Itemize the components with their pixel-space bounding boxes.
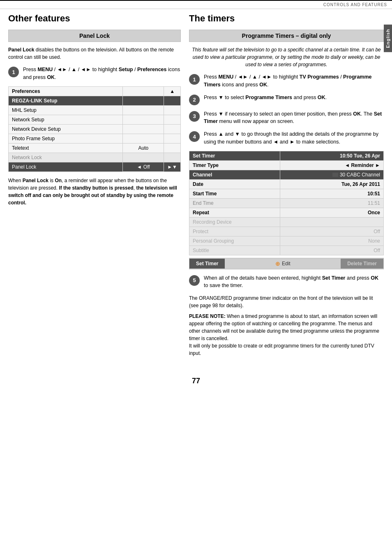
right-step-2: 2 Press ▼ to select Programme Timers and… bbox=[189, 94, 384, 105]
header-title: CONTROLS AND FEATURES bbox=[323, 2, 387, 7]
channel-icon bbox=[332, 173, 338, 177]
menu-row-photo-frame: Photo Frame Setup bbox=[9, 134, 181, 143]
set-timer-label: Set Timer bbox=[189, 151, 280, 160]
edit-label: ⊕ Edit bbox=[271, 258, 295, 269]
menu-row-panel-lock: Panel Lock ◄ Off ►▼ bbox=[9, 162, 181, 171]
timer-row-recording: Recording Device bbox=[189, 217, 384, 227]
right-step-3-text: Press ▼ if necessary to select an open t… bbox=[204, 110, 384, 126]
right-step-5: 5 When all of the details have been ente… bbox=[189, 274, 384, 290]
menu-row-preferences: Preferences ▲ bbox=[9, 86, 181, 96]
step-1-text: Press MENU / ◄► / ▲ / ◄► to highlight Se… bbox=[23, 66, 181, 81]
menu-row-mhl: MHL Setup bbox=[9, 105, 181, 115]
timer-row-protect: Protect Off bbox=[189, 227, 384, 236]
menu-row-teletext: Teletext Auto bbox=[9, 143, 181, 153]
panel-lock-bold: Panel Lock bbox=[8, 47, 34, 53]
timer-row-channel: Channel 30 CABC Channel bbox=[189, 170, 384, 179]
programme-timers-header: Programme Timers – digital only bbox=[189, 30, 384, 42]
right-step-4-text: Press ▲ and ▼ to go through the list add… bbox=[204, 130, 384, 146]
page-number: 77 bbox=[0, 368, 392, 389]
set-timer-button[interactable]: Set Timer bbox=[189, 259, 225, 269]
menu-row-network-device: Network Device Setup bbox=[9, 124, 181, 134]
panel-lock-intro: Panel Lock disables the buttons on the t… bbox=[8, 46, 181, 61]
right-column: The timers Programme Timers – digital on… bbox=[189, 13, 384, 360]
right-step-4: 4 Press ▲ and ▼ to go through the list a… bbox=[189, 130, 384, 146]
right-step-1: 1 Press MENU / ◄► / ▲ / ◄► to highlight … bbox=[189, 73, 384, 89]
preferences-menu: Preferences ▲ REGZA-LINK Setup MHL Setup… bbox=[8, 86, 181, 172]
timer-row-start: Start Time 10:51 bbox=[189, 189, 384, 198]
timer-row-subtitle: Subtitle Off bbox=[189, 246, 384, 255]
left-section-title: Other features bbox=[8, 13, 181, 24]
left-column: Other features Panel Lock Panel Lock dis… bbox=[8, 13, 181, 360]
timer-date-header: 10:50 Tue, 26 Apr bbox=[280, 151, 384, 160]
timer-row-repeat: Repeat Once bbox=[189, 208, 384, 217]
panel-lock-header: Panel Lock bbox=[8, 30, 181, 42]
menu-row-network: Network Setup bbox=[9, 115, 181, 124]
step-circle-r1: 1 bbox=[189, 74, 200, 85]
menu-row-regza: REGZA-LINK Setup bbox=[9, 96, 181, 105]
top-bar: CONTROLS AND FEATURES bbox=[0, 0, 392, 9]
right-section-title: The timers bbox=[189, 13, 384, 24]
left-step-1: 1 Press MENU / ◄► / ▲ / ◄► to highlight … bbox=[8, 66, 181, 81]
right-step-2-text: Press ▼ to select Programme Timers and p… bbox=[204, 94, 327, 102]
right-step-1-text: Press MENU / ◄► / ▲ / ◄► to highlight TV… bbox=[204, 73, 384, 89]
step-circle-r2: 2 bbox=[189, 95, 200, 105]
timer-row-date: Date Tue, 26 Apr 2011 bbox=[189, 179, 384, 189]
timer-table-header: Set Timer 10:50 Tue, 26 Apr bbox=[189, 151, 384, 160]
step-circle-r4: 4 bbox=[189, 131, 200, 142]
orange-red-note: The ORANGE/RED programme timer indicator… bbox=[189, 294, 384, 309]
main-content: Other features Panel Lock Panel Lock dis… bbox=[0, 9, 392, 368]
timer-row-end: End Time 11:51 bbox=[189, 198, 384, 208]
timer-row-type: Timer Type ◄ Reminder ► bbox=[189, 160, 384, 170]
side-tab-english: English bbox=[384, 25, 392, 52]
timer-buttons-bar: Set Timer ⊕ Edit Delete Timer bbox=[189, 258, 384, 269]
edit-icon: ⊕ bbox=[275, 260, 280, 267]
please-note: PLEASE NOTE: When a timed programme is a… bbox=[189, 313, 384, 357]
timers-intro: This feature will set the television to … bbox=[189, 46, 384, 68]
step-circle-r5: 5 bbox=[189, 275, 200, 286]
delete-timer-button[interactable]: Delete Timer bbox=[341, 259, 383, 269]
right-step-5-text: When all of the details have been entere… bbox=[204, 274, 384, 290]
right-step-3: 3 Press ▼ if necessary to select an open… bbox=[189, 110, 384, 126]
step-circle-r3: 3 bbox=[189, 111, 200, 122]
step-circle-1: 1 bbox=[8, 67, 19, 77]
set-timer-table: Set Timer 10:50 Tue, 26 Apr Timer Type ◄… bbox=[189, 151, 384, 255]
menu-row-network-lock: Network Lock bbox=[9, 153, 181, 162]
timer-row-personal-grouping: Personal Grouping None bbox=[189, 236, 384, 246]
panel-lock-body: When Panel Lock is On, a reminder will a… bbox=[8, 177, 181, 206]
